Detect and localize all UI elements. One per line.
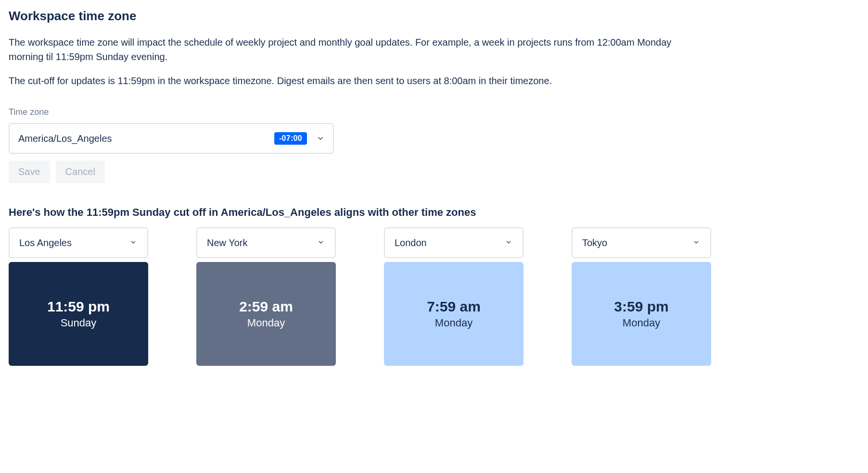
timezone-offset-badge: -07:00	[274, 132, 307, 145]
timezone-card-tokyo: Tokyo 3:59 pm Monday	[572, 227, 711, 366]
timezone-card-time: 7:59 am	[427, 299, 481, 315]
chevron-down-icon	[317, 135, 324, 142]
city-select-new-york[interactable]: New York	[196, 227, 336, 258]
city-select-label: Tokyo	[582, 237, 607, 249]
timezone-card-day: Monday	[435, 317, 472, 329]
city-select-tokyo[interactable]: Tokyo	[572, 227, 711, 258]
timezone-card-new-york: New York 2:59 am Monday	[196, 227, 336, 366]
timezone-card-box: 2:59 am Monday	[196, 262, 336, 366]
timezone-card-day: Monday	[623, 317, 660, 329]
city-select-london[interactable]: London	[384, 227, 523, 258]
description-paragraph-1: The workspace time zone will impact the …	[9, 35, 697, 64]
timezone-select-value: America/Los_Angeles	[18, 133, 112, 144]
timezone-field-label: Time zone	[9, 107, 859, 117]
timezone-card-box: 11:59 pm Sunday	[9, 262, 148, 366]
chevron-down-icon	[505, 239, 513, 247]
city-select-label: London	[395, 237, 427, 249]
timezone-card-time: 3:59 pm	[614, 299, 668, 315]
timezone-card-day: Monday	[247, 317, 285, 329]
timezone-card-london: London 7:59 am Monday	[384, 227, 523, 366]
description-paragraph-2: The cut-off for updates is 11:59pm in th…	[9, 74, 697, 88]
timezone-select[interactable]: America/Los_Angeles -07:00	[9, 123, 334, 154]
timezone-card-box: 7:59 am Monday	[384, 262, 523, 366]
cancel-button[interactable]: Cancel	[56, 161, 105, 183]
city-select-los-angeles[interactable]: Los Angeles	[9, 227, 148, 258]
chevron-down-icon	[130, 239, 138, 247]
timezone-card-box: 3:59 pm Monday	[572, 262, 711, 366]
timezone-card-time: 11:59 pm	[47, 299, 110, 315]
timezone-card-los-angeles: Los Angeles 11:59 pm Sunday	[9, 227, 148, 366]
button-row: Save Cancel	[9, 161, 859, 183]
save-button[interactable]: Save	[9, 161, 50, 183]
page-title: Workspace time zone	[9, 9, 859, 24]
city-select-label: Los Angeles	[19, 237, 72, 249]
timezone-card-day: Sunday	[61, 317, 97, 329]
alignment-heading: Here's how the 11:59pm Sunday cut off in…	[9, 206, 859, 219]
city-select-label: New York	[207, 237, 248, 249]
chevron-down-icon	[318, 239, 325, 247]
timezone-cards-row: Los Angeles 11:59 pm Sunday New York 2:5…	[9, 227, 859, 366]
timezone-card-time: 2:59 am	[239, 299, 293, 315]
chevron-down-icon	[693, 239, 701, 247]
